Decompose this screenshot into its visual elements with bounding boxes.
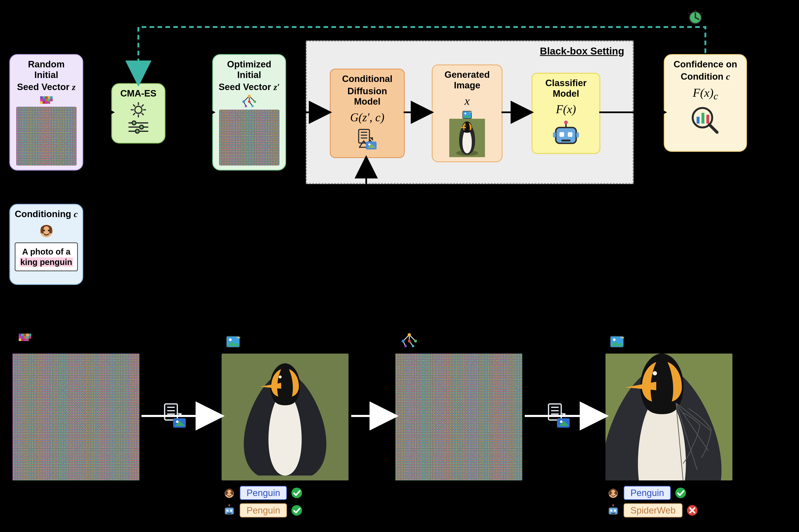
svg-line-5 xyxy=(133,104,135,107)
svg-point-20 xyxy=(247,95,250,97)
svg-rect-44 xyxy=(576,132,579,138)
svg-rect-48 xyxy=(701,113,704,124)
label-row-model-2: SpiderWeb xyxy=(607,503,698,517)
svg-point-25 xyxy=(252,105,254,107)
svg-rect-43 xyxy=(553,132,556,138)
svg-point-82 xyxy=(408,340,411,343)
svg-point-83 xyxy=(414,340,417,343)
svg-rect-101 xyxy=(226,510,228,512)
penguin-illustration-small xyxy=(440,119,494,157)
svg-point-80 xyxy=(408,333,411,337)
confidence-title-1: Confidence on xyxy=(673,59,737,70)
svg-point-95 xyxy=(613,338,616,341)
robot-icon xyxy=(550,119,581,149)
svg-point-23 xyxy=(254,100,256,103)
card-generated-image: Generated Image x xyxy=(432,64,502,162)
network-icon xyxy=(241,94,258,108)
card-random-seed: Random Initial Seed Vector z xyxy=(10,54,83,171)
card-classifier: Classifier Model F(x) xyxy=(532,73,600,154)
image-icon-b2 xyxy=(610,336,624,348)
svg-point-99 xyxy=(292,488,302,498)
svg-rect-112 xyxy=(610,510,612,512)
diffusion-title-2: Diffusion Model xyxy=(335,86,399,107)
sliders-icon xyxy=(127,119,150,134)
svg-point-33 xyxy=(464,113,466,114)
svg-point-21 xyxy=(242,100,245,103)
cross-icon xyxy=(686,504,698,516)
svg-point-72 xyxy=(279,376,282,379)
robot-icon-3 xyxy=(607,504,620,517)
title-random-seed-line2: Seed Vector z xyxy=(17,82,76,93)
svg-rect-102 xyxy=(230,510,232,512)
label-row-human-1: Penguin xyxy=(223,486,303,500)
svg-rect-114 xyxy=(611,513,615,514)
card-cma-es: CMA-ES xyxy=(111,83,165,144)
title-random-seed-line1: Random Initial xyxy=(15,59,78,80)
classifier-formula: F(x) xyxy=(556,102,576,116)
noise-thumb-opt xyxy=(219,110,279,166)
check-icon xyxy=(674,487,687,499)
check-icon xyxy=(291,487,303,499)
svg-point-36 xyxy=(465,125,466,126)
svg-point-97 xyxy=(227,492,228,494)
svg-point-0 xyxy=(135,106,142,113)
svg-point-105 xyxy=(228,504,230,506)
black-box-setting: Black-box Setting Conditional Diffusion … xyxy=(306,41,634,184)
svg-rect-65 xyxy=(165,404,177,420)
svg-point-106 xyxy=(292,505,302,516)
noise-big-1 xyxy=(13,354,140,480)
confidence-formula: F(x)c xyxy=(693,86,718,102)
tag-model-2: SpiderWeb xyxy=(624,503,683,517)
svg-line-6 xyxy=(142,113,144,115)
doc-to-image-icon-b1 xyxy=(161,401,188,429)
diffusion-title-1: Conditional xyxy=(342,74,392,84)
card-conditioning: Conditioning c A photo of a king penguin xyxy=(10,204,83,285)
svg-point-24 xyxy=(245,105,247,107)
svg-point-42 xyxy=(564,121,568,125)
svg-rect-103 xyxy=(227,513,231,514)
noise-big-2 xyxy=(395,354,522,480)
human-face-icon xyxy=(37,221,56,240)
image-icon xyxy=(460,111,475,119)
human-face-icon-2 xyxy=(223,486,236,499)
svg-point-109 xyxy=(614,492,615,494)
svg-point-116 xyxy=(612,504,614,506)
penguin-illustration-big-2 xyxy=(606,354,732,480)
pixel-grid-icon xyxy=(40,96,53,104)
network-icon-b xyxy=(401,333,418,348)
svg-rect-40 xyxy=(561,139,571,141)
svg-line-46 xyxy=(709,125,717,132)
svg-rect-49 xyxy=(706,115,709,124)
genimg-var: x xyxy=(465,94,470,108)
svg-point-85 xyxy=(412,345,414,347)
penguin-illustration-big-1 xyxy=(222,354,349,480)
penguin-image-1 xyxy=(222,354,349,480)
confidence-title-2: Condition c xyxy=(681,71,730,82)
label-row-model-1: Penguin xyxy=(223,503,303,517)
svg-line-7 xyxy=(133,113,135,115)
tag-model-1: Penguin xyxy=(240,503,287,517)
svg-rect-47 xyxy=(696,117,700,124)
card-confidence: Confidence on Condition c F(x)c xyxy=(664,54,747,152)
title-opt-seed-2: Seed Vector z′ xyxy=(219,82,280,93)
svg-rect-39 xyxy=(568,132,572,137)
compass-icon xyxy=(687,8,704,26)
svg-point-84 xyxy=(404,345,407,347)
card-optimized-seed: Optimized Initial Seed Vector z′ xyxy=(212,54,286,171)
svg-point-110 xyxy=(675,488,686,498)
doc-to-image-icon xyxy=(356,127,379,150)
svg-line-62 xyxy=(688,13,689,14)
svg-line-61 xyxy=(701,13,703,14)
svg-point-81 xyxy=(402,340,405,343)
svg-line-8 xyxy=(142,104,144,107)
svg-rect-38 xyxy=(559,132,564,137)
svg-point-14 xyxy=(135,129,139,133)
gear-icon xyxy=(129,100,148,119)
pixel-grid-icon-bottom-1 xyxy=(19,334,31,341)
svg-rect-113 xyxy=(614,510,616,512)
svg-point-98 xyxy=(230,492,231,494)
svg-point-10 xyxy=(132,121,136,125)
conditioning-title: Conditioning c xyxy=(15,209,78,220)
svg-point-51 xyxy=(43,229,45,231)
svg-point-22 xyxy=(248,100,250,103)
